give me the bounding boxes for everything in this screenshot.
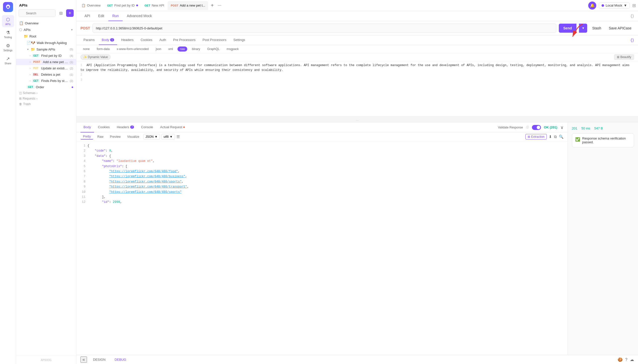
bottom-nav: « <box>80 356 87 363</box>
body-type-none[interactable]: none <box>80 47 92 52</box>
resp-tab-body[interactable]: Body <box>80 122 94 132</box>
body-type-json[interactable]: json <box>153 47 164 52</box>
cookies-icon[interactable]: 🍪 <box>618 357 623 362</box>
req-tab-pre-processors[interactable]: Pre Processors <box>170 35 199 45</box>
tree-item-deletes-pet[interactable]: › DEL Deletes a pet (1) <box>16 71 76 78</box>
sidebar-item-settings[interactable]: ⚙ Settings <box>2 41 14 53</box>
sidebar-item-apis[interactable]: ⬡ APIs <box>2 15 14 27</box>
post-badge-add-pet: POST <box>32 60 41 64</box>
search-input[interactable] <box>19 9 56 17</box>
resp-fmt-preview[interactable]: Preview <box>107 134 123 139</box>
code-editor[interactable]: 1API (Application Programming Interface)… <box>76 61 638 116</box>
body-type-x-www-form-urlencoded[interactable]: x-www-form-urlencoded <box>114 47 151 52</box>
tree-item-add-pet[interactable]: › POST Add a new pet to the store (1) <box>16 59 76 65</box>
tree-item-sample-apis[interactable]: ▼ 📁 Sample APIs (5) <box>16 46 76 53</box>
body-type-xml[interactable]: xml <box>166 47 175 52</box>
body-type-raw[interactable]: raw <box>177 47 187 52</box>
sidebar-item-testing[interactable]: ⚗ Testing <box>2 28 14 40</box>
expand-code-icon[interactable]: ⟨⟩ <box>630 37 634 43</box>
filter-button[interactable]: ⊟ <box>57 9 65 17</box>
env-selector[interactable]: Local Mock ▼ <box>599 2 630 9</box>
validate-toggle[interactable] <box>532 125 541 130</box>
post-add-pet-tab-label: Add a new pet t... <box>180 4 205 7</box>
sidebar-section-requests[interactable]: ⊞ Requests › <box>16 96 76 101</box>
tree-item-find-pet[interactable]: › GET Find pet by ID (4) <box>16 53 76 59</box>
resp-fmt-pretty[interactable]: Pretty <box>80 134 93 140</box>
sidebar-section-schemas[interactable]: ◫ Schemas › <box>16 90 76 96</box>
resp-expand-icon[interactable]: ∨ <box>560 125 564 130</box>
nav-back-button[interactable]: « <box>80 356 87 363</box>
url-input[interactable] <box>93 24 556 33</box>
tree-item-update-pet[interactable]: › PUT Update an existing pet (2) <box>16 65 76 71</box>
method-label: POST <box>80 26 90 30</box>
req-tab-settings[interactable]: Settings <box>230 35 248 45</box>
drag-separator[interactable]: ... <box>76 116 638 122</box>
resp-tab-headers[interactable]: Headers 7 <box>114 122 137 132</box>
code-toolbar: ✨ Dynamic Value ⊞ Beautify <box>76 53 638 61</box>
filter-lines-icon[interactable]: ☰ <box>176 134 180 139</box>
apidog-watermark: APIDOG <box>41 358 52 361</box>
notification-icon[interactable]: 🔔 <box>588 2 596 10</box>
body-type-graphql[interactable]: GraphQL <box>205 47 222 52</box>
sidebar-section-trash[interactable]: 🗑 Trash <box>16 101 76 107</box>
req-tab-headers[interactable]: Headers <box>118 35 136 45</box>
body-type-binary[interactable]: binary <box>189 47 203 52</box>
resp-tab-actual-request[interactable]: Actual Request <box>157 122 188 132</box>
resp-tab-cookies[interactable]: Cookies <box>95 122 113 132</box>
sub-tab-run[interactable]: Run <box>108 11 123 21</box>
tab-get-find-pet[interactable]: GET Find pet by ID <box>104 1 141 10</box>
verification-text: Response schema verification passed. <box>582 136 631 144</box>
apis-label: APIs <box>5 23 11 26</box>
json-line-1: 1 { <box>80 143 564 148</box>
add-button[interactable]: + <box>66 9 74 17</box>
add-pet-chevron: › <box>30 61 30 63</box>
resp-fmt-visualize[interactable]: Visualize <box>125 134 142 139</box>
tab-post-add-pet[interactable]: POST Add a new pet t... <box>168 1 208 10</box>
copy-icon[interactable]: ⧉ <box>554 134 557 139</box>
help-icon[interactable]: ? <box>625 357 627 362</box>
app-logo[interactable] <box>3 2 13 12</box>
debug-button[interactable]: DEBUG <box>112 357 129 362</box>
verification-card: ✅ Response schema verification passed. <box>572 133 634 147</box>
tab-more-button[interactable]: ··· <box>216 3 223 8</box>
tree-item-walkthrough[interactable]: 📄🐶 Walk through Apidog <box>16 39 76 46</box>
design-button[interactable]: DESIGN <box>90 357 109 362</box>
search-resp-icon[interactable]: 🔍 <box>559 134 564 139</box>
sub-tab-api[interactable]: API <box>80 11 94 21</box>
tree-item-root[interactable]: 📁 Root <box>16 33 76 39</box>
cloud-icon[interactable]: ☁ <box>630 357 634 362</box>
save-apicase-button[interactable]: Save APICase <box>606 24 634 33</box>
tree-item-order[interactable]: GET Order <box>16 84 76 90</box>
resp-tab-console[interactable]: Console <box>138 122 156 132</box>
beautify-button[interactable]: ⊞ Beautify <box>614 54 634 60</box>
stash-button[interactable]: Stash <box>590 24 604 33</box>
window-expand-icon[interactable]: ⊞ <box>632 3 636 8</box>
encoding-selector[interactable]: utf8 ▼ <box>161 134 175 140</box>
send-dropdown-button[interactable]: ▼ <box>579 24 587 33</box>
req-tab-cookies[interactable]: Cookies <box>138 35 155 45</box>
bottom-right: 🍪 ? ☁ <box>618 357 634 362</box>
body-type-form-data[interactable]: form-data <box>94 47 112 52</box>
dynamic-value-button[interactable]: ✨ Dynamic Value <box>80 54 111 60</box>
req-tab-params[interactable]: Params <box>80 35 98 45</box>
sub-tab-edit[interactable]: Edit <box>94 11 108 21</box>
sidebar-item-share[interactable]: ↗ Share <box>2 54 14 66</box>
tree-item-overview[interactable]: 📋 Overview <box>16 20 76 26</box>
tab-get-new-api[interactable]: GET New API <box>142 1 167 10</box>
tab-add-button[interactable]: + <box>209 3 216 8</box>
tree-item-apis[interactable]: ⬡ APIs ▼ <box>16 26 76 33</box>
json-selector[interactable]: JSON ▼ <box>143 134 160 140</box>
body-type-msgpack[interactable]: msgpack <box>224 47 241 52</box>
sub-tab-advanced-mock[interactable]: Advanced Mock <box>123 11 156 21</box>
extraction-button[interactable]: ⊞ Extraction <box>525 134 547 140</box>
tree-item-finds-pets[interactable]: › GET Finds Pets by status (2) <box>16 78 76 84</box>
root-folder-icon: 📁 <box>24 34 28 38</box>
tab-overview[interactable]: 📋 Overview <box>78 1 104 10</box>
req-tab-post-processors[interactable]: Post Processors <box>200 35 230 45</box>
download-icon[interactable]: ⬇ <box>549 134 552 139</box>
send-button[interactable]: Send <box>559 24 576 33</box>
req-tab-auth[interactable]: Auth <box>156 35 169 45</box>
resp-fmt-raw[interactable]: Raw <box>95 134 106 139</box>
update-pet-label: Update an existing pet <box>41 66 68 70</box>
req-tab-body[interactable]: Body 1 <box>99 35 117 45</box>
